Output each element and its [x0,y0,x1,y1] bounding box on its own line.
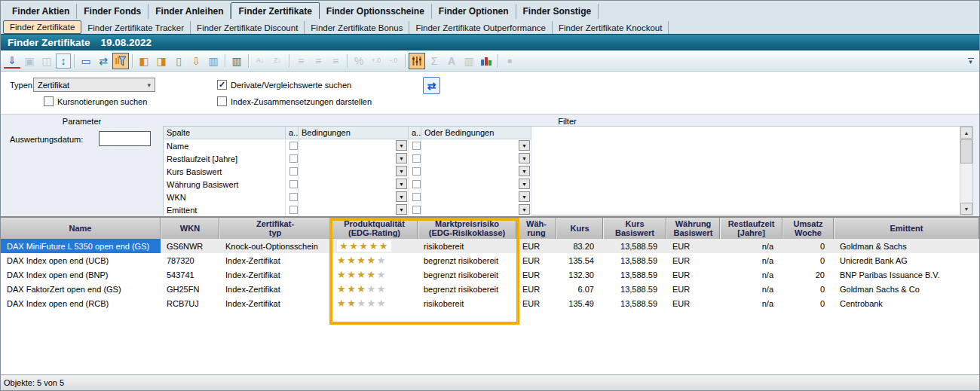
bedingung-combo[interactable]: ▼ [299,203,409,216]
table-row[interactable]: DAX Index open end (RCB)RCB7UJIndex-Zert… [1,296,979,310]
checkbox[interactable] [289,193,298,201]
oder-bedingung-combo[interactable]: ▼ [421,178,531,191]
derivate-checkbox[interactable]: ✓ [217,80,227,90]
col-header-wkn[interactable]: WKN [161,218,219,239]
checkbox[interactable] [412,167,421,176]
col-header-währung-basiswert[interactable]: WährungBasiswert [666,218,720,239]
tab-finder-optionen[interactable]: Finder Optionen [432,4,516,19]
oder-bedingung-combo[interactable]: ▼ [421,152,531,165]
bedingung-combo[interactable]: ▼ [299,152,409,165]
chart-icon[interactable] [478,53,495,69]
subtab-finder-zertifikate-discount[interactable]: Finder Zertifikate Discount [191,21,305,34]
scroll-down-button[interactable]: ▼ [960,203,972,215]
toolbar-overflow-button[interactable]: ▾ [965,53,976,69]
col-header-umsatz-woche[interactable]: UmsatzWoche [782,218,834,239]
tab-finder-fonds[interactable]: Finder Fonds [77,4,149,19]
dropdown-arrow-icon[interactable]: ▼ [519,191,530,202]
tab-finder-anleihen[interactable]: Finder Anleihen [149,4,231,19]
dropdown-arrow-icon[interactable]: ▼ [396,166,407,176]
fit-height-icon[interactable]: ↕ [56,53,71,69]
table-row[interactable]: DAX Index open end (BNP)543741Index-Zert… [1,267,979,282]
search-form: Typen: Zertifikat ▾ ✓ Derivate/Vergleich… [1,72,979,114]
cell-rating: ★★★★★ [331,239,418,253]
table-row[interactable]: DAX FaktorZert open end (GS)GH25FNIndex-… [1,282,979,296]
oder-bedingung-combo[interactable]: ▼ [421,139,531,152]
checkbox[interactable] [289,180,298,188]
bedingung-combo[interactable]: ▼ [299,139,409,152]
dropdown-arrow-icon[interactable]: ▼ [519,179,530,189]
dropdown-arrow-icon[interactable]: ▼ [519,153,530,163]
checkbox[interactable] [412,206,421,214]
hide-columns-icon[interactable]: ▥ [228,53,245,69]
toolbar: ⇓▣◫↕▭⇄◧◨▯⇩▥▥A↓Z↓≡≡≡%+.0-.0ΣA▥■▾ [1,50,979,72]
dropdown-arrow-icon[interactable]: ▼ [396,204,407,215]
bedingung-combo[interactable]: ▼ [299,165,409,178]
checkbox[interactable] [289,167,298,176]
dropdown-arrow-icon[interactable]: ▼ [519,204,530,215]
histogram-icon[interactable]: ▥ [205,53,222,69]
value-sliders-icon[interactable] [409,53,425,69]
col-header-wäh-rung[interactable]: Wäh-rung [516,218,556,239]
export-report-icon[interactable]: ⇓ [4,53,20,69]
checkbox[interactable] [289,206,298,214]
run-search-button[interactable]: ⇄ [423,77,440,94]
auswertungsdatum-input[interactable] [99,131,151,146]
dropdown-arrow-icon[interactable]: ▼ [396,179,407,189]
subtab-finder-zertifikate-bonus[interactable]: Finder Zertifikate Bonus [305,21,409,34]
tab-finder-optionsscheine[interactable]: Finder Optionsscheine [320,4,432,19]
col-header-restlaufzeit-jahre[interactable]: Restlaufzeit[Jahre] [720,218,782,239]
dropdown-arrow-icon[interactable]: ▼ [519,166,530,176]
subtab-finder-zertifikate-outperformance[interactable]: Finder Zertifikate Outperformance [409,21,553,34]
tab-finder-aktien[interactable]: Finder Aktien [5,4,77,19]
index-checkbox[interactable] [217,96,227,106]
font-icon: A [443,53,460,69]
col-header-kurs[interactable]: Kurs [556,218,603,239]
checkbox[interactable] [412,180,421,188]
dropdown-arrow-icon[interactable]: ▼ [396,153,407,163]
bedingung-combo[interactable]: ▼ [299,191,409,203]
filter-scrollbar[interactable]: ▲ ▼ [960,127,972,215]
checkbox[interactable] [289,154,298,163]
align-right-icon: ≡ [327,53,344,69]
checkbox[interactable] [412,193,421,201]
checkbox[interactable] [289,142,298,150]
insert-column-icon[interactable]: ◧ [136,53,152,69]
cell-risiko: begrenzt risikobereit [418,282,516,296]
move-column-icon[interactable]: ◨ [153,53,170,69]
table-row[interactable]: DAX MiniFuture L 5350 open end (GS)GS6NW… [1,239,979,253]
filter-title: Filter [163,117,972,126]
scrollbar-thumb[interactable] [960,139,972,163]
bedingung-combo[interactable]: ▼ [299,178,409,191]
col-header-marktpreisrisiko-edg-risikoklasse[interactable]: Marktpreisrisiko(EDG-Risikoklasse) [418,218,516,239]
checkbox[interactable] [412,142,421,150]
subtab-finder-zertifikate[interactable]: Finder Zertifikate [3,20,81,34]
align-center-icon: ≡ [310,53,326,69]
dropdown-arrow-icon[interactable]: ▼ [396,191,407,202]
col-header-emittent[interactable]: Emittent [834,218,979,239]
oder-bedingung-combo[interactable]: ▼ [421,165,531,178]
checkbox[interactable] [412,154,421,163]
tab-finder-sonstige[interactable]: Finder Sonstige [516,4,599,19]
oder-bedingung-combo[interactable]: ▼ [421,191,531,203]
refresh-view-icon[interactable]: ⇄ [95,53,112,69]
column-options-icon[interactable]: ▯ [170,53,187,69]
dropdown-arrow-icon[interactable]: ▼ [519,140,530,151]
subtab-finder-zertifikate-knockout[interactable]: Finder Zertifikate Knockout [553,21,669,34]
table-row[interactable]: DAX Index open end (UCB)787320Index-Zert… [1,253,979,267]
col-header-produktqualität-edg-rating[interactable]: Produktqualität(EDG-Rating) [331,218,418,239]
col-header-zertifikat-typ[interactable]: Zertifikat-typ [219,218,331,239]
subtab-finder-zertifikate-tracker[interactable]: Finder Zertifikate Tracker [81,21,191,34]
oder-bedingung-combo[interactable]: ▼ [421,203,531,216]
dropdown-arrow-icon[interactable]: ▼ [396,140,407,151]
typen-select[interactable]: Zertifikat ▾ [33,78,155,92]
cell-name: DAX Index open end (BNP) [1,267,161,282]
col-header-kurs-basiswert[interactable]: KursBasiswert [603,218,666,239]
filter-col-header-bedingungen: Bedingungen [299,127,409,139]
move-down-icon[interactable]: ⇩ [188,53,204,69]
filter-icon[interactable] [112,53,129,69]
tab-finder-zertifikate[interactable]: Finder Zertifikate [231,2,319,19]
col-header-name[interactable]: Name [1,218,161,239]
scroll-up-button[interactable]: ▲ [960,127,972,139]
new-window-icon[interactable]: ▭ [78,53,94,69]
kursnotierungen-checkbox[interactable] [44,96,54,106]
